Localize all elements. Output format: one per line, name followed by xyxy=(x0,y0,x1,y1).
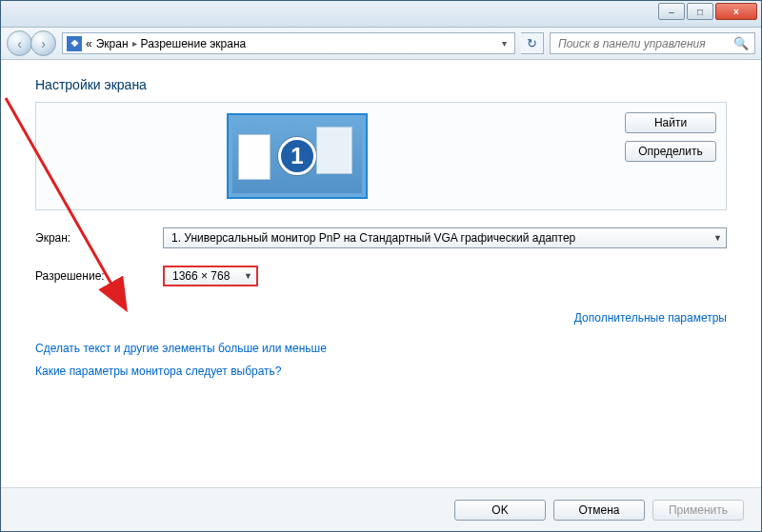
window-preview-icon xyxy=(238,134,271,180)
screen-row: Экран: 1. Универсальный монитор PnP на С… xyxy=(35,227,727,248)
chevron-right-icon: ▸ xyxy=(132,38,137,49)
screen-dropdown[interactable]: 1. Универсальный монитор PnP на Стандарт… xyxy=(163,227,727,248)
cancel-button[interactable]: Отмена xyxy=(553,500,645,521)
advanced-link-row: Дополнительные параметры xyxy=(35,311,727,325)
monitor-number-badge: 1 xyxy=(278,137,316,175)
text-size-link[interactable]: Сделать текст и другие элементы больше и… xyxy=(35,342,727,355)
minimize-button[interactable]: – xyxy=(658,3,685,20)
content-area: Настройки экрана 1 Найти Определить Экра… xyxy=(1,60,761,487)
forward-button[interactable]: › xyxy=(30,30,56,56)
breadcrumb-item-resolution[interactable]: Разрешение экрана xyxy=(141,37,247,50)
find-button[interactable]: Найти xyxy=(625,112,716,133)
screen-label: Экран: xyxy=(35,231,146,245)
chevron-down-icon: ▼ xyxy=(706,233,722,243)
button-bar: OK Отмена Применить xyxy=(1,487,761,531)
search-icon[interactable]: 🔍 xyxy=(733,36,749,50)
resolution-row: Разрешение: 1366 × 768 ▼ xyxy=(35,266,727,286)
monitor-thumbnail[interactable]: 1 xyxy=(227,113,368,199)
breadcrumb-prefix: « xyxy=(86,37,92,50)
close-button[interactable]: × xyxy=(715,3,757,20)
refresh-button[interactable]: ↻ xyxy=(521,32,544,54)
address-bar[interactable]: ❖ « Экран ▸ Разрешение экрана ▾ xyxy=(62,32,515,54)
which-settings-link[interactable]: Какие параметры монитора следует выбрать… xyxy=(35,365,727,378)
window: – □ × ‹ › ❖ « Экран ▸ Разрешение экрана … xyxy=(0,0,762,532)
detect-button[interactable]: Определить xyxy=(625,141,716,162)
window-preview-icon xyxy=(316,127,352,174)
resolution-dropdown[interactable]: 1366 × 768 ▼ xyxy=(163,266,258,286)
search-bar[interactable]: 🔍 xyxy=(550,32,755,54)
nav-buttons: ‹ › xyxy=(7,30,56,56)
monitor-preview-panel: 1 Найти Определить xyxy=(35,102,727,210)
maximize-button[interactable]: □ xyxy=(687,3,713,20)
chevron-down-icon: ▼ xyxy=(236,271,252,281)
control-panel-icon: ❖ xyxy=(67,36,82,51)
help-links: Сделать текст и другие элементы больше и… xyxy=(35,342,727,378)
back-button[interactable]: ‹ xyxy=(7,30,32,56)
titlebar: – □ × xyxy=(1,1,761,28)
detect-buttons: Найти Определить xyxy=(625,112,716,162)
search-input[interactable] xyxy=(556,36,733,51)
navbar: ‹ › ❖ « Экран ▸ Разрешение экрана ▾ ↻ 🔍 xyxy=(1,28,761,60)
resolution-label: Разрешение: xyxy=(35,269,146,283)
address-dropdown-icon[interactable]: ▾ xyxy=(498,38,511,49)
ok-button[interactable]: OK xyxy=(454,500,546,521)
resolution-dropdown-value: 1366 × 768 xyxy=(172,269,230,283)
advanced-settings-link[interactable]: Дополнительные параметры xyxy=(574,311,727,325)
apply-button[interactable]: Применить xyxy=(652,500,744,521)
page-title: Настройки экрана xyxy=(35,77,727,92)
breadcrumb-item-screen[interactable]: Экран xyxy=(96,37,129,50)
screen-dropdown-value: 1. Универсальный монитор PnP на Стандарт… xyxy=(171,231,575,245)
